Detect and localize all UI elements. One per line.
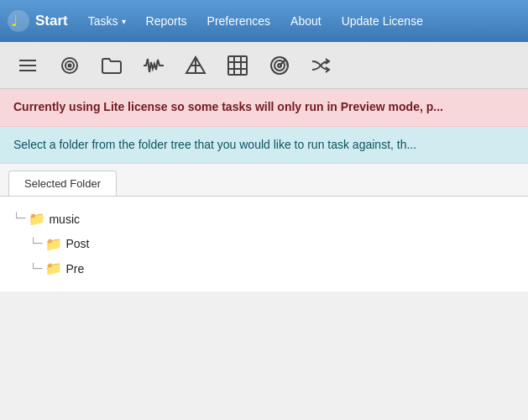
warning-banner: Currently using Lite license so some tas… <box>0 89 528 127</box>
svg-text:♩: ♩ <box>11 13 18 29</box>
nav-item-tasks[interactable]: Tasks ▾ <box>78 9 136 33</box>
nav-item-update-license[interactable]: Update License <box>332 9 433 33</box>
grid-icon-button[interactable] <box>218 47 257 84</box>
tree-child-post: └─ 📁 Post <box>13 232 515 257</box>
tree-root-connector: └─ <box>13 211 25 227</box>
target-icon <box>59 55 81 76</box>
nav-item-preferences[interactable]: Preferences <box>197 9 280 33</box>
folder-root-icon: 📁 <box>29 208 45 230</box>
tent-icon-button[interactable] <box>176 47 215 84</box>
logo-icon: ♩ <box>7 9 30 33</box>
tree-post-connector: └─ <box>30 236 42 252</box>
folder-post-label: Post <box>65 234 89 253</box>
nav-logo[interactable]: ♩ Start <box>7 9 68 33</box>
tab-bar: Selected Folder <box>0 164 528 197</box>
radar-icon <box>269 55 290 76</box>
list-icon <box>17 55 39 76</box>
warning-text: Currently using Lite license so some tas… <box>13 100 443 113</box>
list-icon-button[interactable] <box>8 47 47 84</box>
waveform-icon-button[interactable] <box>134 47 173 84</box>
folder-pre-label: Pre <box>65 260 84 278</box>
info-banner: Select a folder from the folder tree tha… <box>0 127 528 165</box>
folder-post-icon: 📁 <box>45 234 62 255</box>
folder-icon <box>101 55 123 76</box>
tree-child-pre: └─ 📁 Pre <box>13 256 515 281</box>
content-area: Selected Folder └─ 📁 music └─ 📁 Post └─ … <box>0 164 528 291</box>
folder-pre-icon: 📁 <box>45 258 62 280</box>
radar-icon-button[interactable] <box>260 47 299 84</box>
tree-item-pre[interactable]: └─ 📁 Pre <box>30 256 515 281</box>
toolbar <box>0 42 528 89</box>
grid-icon <box>227 55 248 76</box>
selected-folder-tab[interactable]: Selected Folder <box>8 171 117 196</box>
waveform-icon <box>143 55 165 76</box>
nav-bar: ♩ Start Tasks ▾ Reports Preferences Abou… <box>0 0 528 42</box>
info-text: Select a folder from the folder tree tha… <box>13 138 416 151</box>
tree-pre-connector: └─ <box>30 261 42 277</box>
shuffle-icon-button[interactable] <box>302 47 341 84</box>
tasks-dropdown-arrow: ▾ <box>122 17 126 26</box>
nav-item-reports[interactable]: Reports <box>136 9 197 33</box>
svg-point-7 <box>69 64 71 66</box>
svg-rect-11 <box>228 56 247 75</box>
app-title: Start <box>35 13 68 29</box>
target-icon-button[interactable] <box>50 47 89 84</box>
nav-item-about[interactable]: About <box>280 9 332 33</box>
tree-root-item[interactable]: └─ 📁 music <box>13 207 515 232</box>
folder-root-label: music <box>49 210 80 228</box>
shuffle-icon <box>311 55 332 76</box>
folder-tree: └─ 📁 music └─ 📁 Post └─ 📁 Pre <box>0 197 528 291</box>
tree-item-post[interactable]: └─ 📁 Post <box>30 232 515 257</box>
tent-icon <box>185 55 206 76</box>
folder-icon-button[interactable] <box>92 47 131 84</box>
